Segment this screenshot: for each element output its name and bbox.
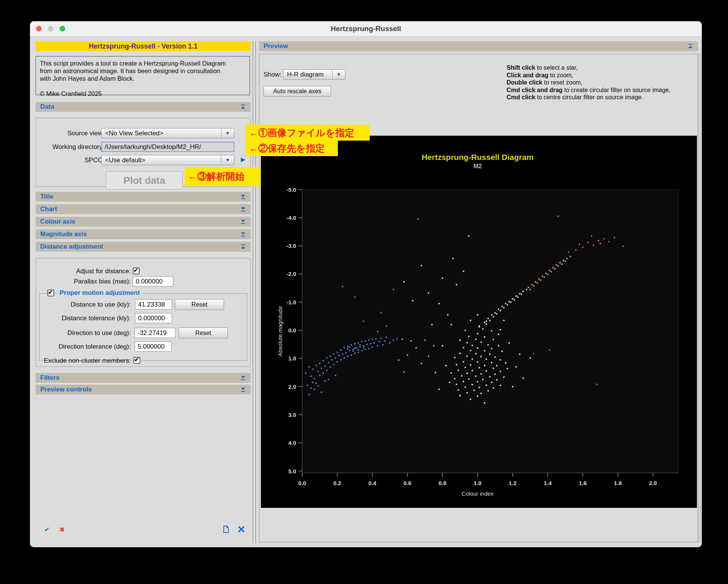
section-label: Preview [264,41,288,51]
vertical-scrollbar[interactable] [698,54,701,542]
about-line: This script provides a tool to create a … [40,59,246,67]
show-dropdown[interactable]: H-R diagram ▼ [283,69,345,80]
instruction-line: Cmd click to centre circular filter on s… [507,94,670,101]
section-label: Preview controls [40,385,92,395]
check-icon: ✔ [134,356,139,363]
instruction-line: Click and drag to zoom, [507,72,670,79]
cancel-cross-icon[interactable]: ✖ [60,526,64,533]
section-bar-colour-axis[interactable]: Colour axis [36,217,251,227]
section-bar-magnitude-axis[interactable]: Magnitude axis [36,229,251,239]
svg-text:-1.0: -1.0 [286,299,296,305]
svg-text:1.4: 1.4 [544,480,552,486]
adjust-for-distance-checkbox[interactable]: ✔ [133,268,140,274]
collapse-section-icon[interactable] [241,105,245,109]
working-directory-input[interactable] [101,142,234,152]
new-instance-document-icon[interactable] [223,526,229,533]
svg-text:0.2: 0.2 [333,480,341,486]
adjust-for-distance-label: Adjust for distance: [40,266,131,276]
svg-text:0.0: 0.0 [288,327,296,333]
expand-section-icon[interactable] [241,219,245,224]
about-text: This script provides a tool to create a … [36,56,250,95]
annotation-1: ←①画像ファイルを指定 [246,125,370,141]
svg-text:5.0: 5.0 [288,468,296,474]
about-spacer [40,82,246,90]
svg-text:1.2: 1.2 [509,480,517,486]
direction-to-use-label: Direction to use (deg): [40,328,131,338]
about-line: with John Hayes and Adam Block. [40,75,246,82]
check-icon: ✔ [133,267,138,274]
svg-text:2.0: 2.0 [649,480,657,486]
svg-text:Absolute magnitude: Absolute magnitude [277,306,283,357]
instruction-line: Double click to reset zoom, [507,79,670,86]
spcc-play-icon[interactable]: ▶ [241,156,245,163]
plot-data-button[interactable]: Plot data [106,171,183,189]
hr-diagram-chart[interactable]: Hertzsprung-Russell DiagramM2Colour inde… [261,136,697,508]
annotation-2: ←②保存先を指定 [246,141,338,156]
section-bar-distance-adjustment[interactable]: Distance adjustment [36,242,251,252]
chevron-down-icon: ▼ [221,155,234,165]
direction-to-use-input[interactable] [135,328,176,338]
distance-group-box: Adjust for distance: ✔ Parallax bias (ma… [36,258,251,367]
auto-rescale-axes-button[interactable]: Auto rescale axes [264,86,331,97]
app-window: Hertzsprung-Russell Hertzsprung-Russell … [30,21,702,547]
parallax-bias-label: Parallax bias (mas): [40,276,131,287]
title-bar[interactable]: Hertzsprung-Russell [30,21,702,37]
collapse-section-icon[interactable] [241,244,245,249]
source-view-dropdown[interactable]: <No View Selected> ▼ [101,128,234,138]
section-label: Title [40,192,53,202]
section-bar-data[interactable]: Data [36,102,251,112]
ok-check-icon[interactable]: ✔ [44,526,49,533]
distance-to-use-input[interactable] [135,299,172,310]
expand-section-icon[interactable] [241,387,245,392]
section-label: Data [40,102,54,112]
chart-canvas[interactable]: Hertzsprung-Russell DiagramM2Colour inde… [261,136,697,508]
svg-text:2.0: 2.0 [288,384,296,390]
svg-text:1.8: 1.8 [614,480,622,486]
parallax-bias-input[interactable] [133,276,173,287]
expand-section-icon[interactable] [241,194,245,199]
section-bar-preview-controls[interactable]: Preview controls [36,385,251,395]
svg-text:-5.0: -5.0 [286,186,296,193]
screen: Hertzsprung-Russell Hertzsprung-Russell … [0,0,728,584]
window-title: Hertzsprung-Russell [30,21,702,36]
svg-text:1.0: 1.0 [288,355,296,362]
exclude-non-cluster-checkbox[interactable]: ✔ [133,357,140,364]
expand-section-icon[interactable] [241,232,245,236]
section-label: Filters [40,373,60,383]
proper-motion-checkbox[interactable]: ✔ [47,290,54,296]
reset-cross-icon[interactable] [238,526,245,532]
direction-tolerance-input[interactable] [135,341,172,352]
section-bar-preview[interactable]: Preview [259,41,698,51]
svg-text:4.0: 4.0 [288,440,296,446]
distance-tolerance-label: Distance tolerance (kly): [40,313,131,323]
svg-text:-4.0: -4.0 [286,214,296,221]
panel-splitter[interactable] [253,41,253,543]
distance-reset-button[interactable]: Reset [175,299,224,310]
section-bar-filters[interactable]: Filters [36,373,251,383]
svg-text:0.6: 0.6 [403,480,411,486]
chevron-down-icon: ▼ [221,128,234,138]
proper-motion-legend: Proper motion adjustment [57,289,142,297]
svg-text:3.0: 3.0 [288,412,296,418]
svg-text:M2: M2 [473,163,482,169]
section-bar-chart[interactable]: Chart [36,204,251,214]
version-banner: Hertzsprung-Russell - Version 1.1 [36,41,251,51]
section-bar-title[interactable]: Title [36,192,251,202]
source-view-label: Source view: [36,128,104,138]
spcc-value: <Use default> [105,155,220,165]
direction-tolerance-label: Direction tolerance (deg): [40,341,131,352]
panel-splitter[interactable] [255,41,256,543]
check-icon: ✔ [48,289,53,296]
annotation-3: ←③解析開始 [185,167,261,186]
expand-section-icon[interactable] [241,207,245,211]
about-copyright: © Mike Cranfield 2025 [40,90,246,97]
direction-reset-button[interactable]: Reset [179,327,228,338]
distance-tolerance-input[interactable] [135,313,172,323]
svg-text:0.0: 0.0 [298,480,306,486]
exclude-non-cluster-label: Exclude non-cluster members: [36,355,131,366]
collapse-section-icon[interactable] [688,44,693,49]
spcc-dropdown[interactable]: <Use default> ▼ [101,155,234,165]
svg-text:Hertzsprung-Russell Diagram: Hertzsprung-Russell Diagram [422,153,533,161]
expand-section-icon[interactable] [241,376,245,380]
spcc-label: SPCC: [36,155,104,165]
